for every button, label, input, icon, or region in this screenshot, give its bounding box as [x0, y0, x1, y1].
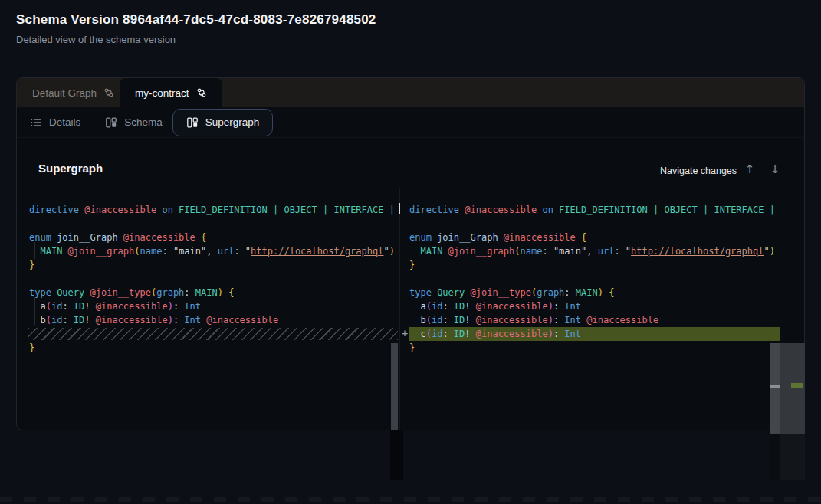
list-icon — [30, 116, 42, 129]
graph-tab-bar: Default Graph my-contract — [17, 78, 804, 107]
view-tab-bar: Details Schema — [17, 107, 804, 138]
code-line: enum join__Graph @inaccessible { — [409, 231, 806, 244]
code-line — [409, 272, 806, 286]
code-line: } — [409, 341, 806, 355]
navigate-changes-label: Navigate changes — [660, 165, 737, 176]
tab-my-contract[interactable]: my-contract — [120, 78, 222, 107]
indent-guide — [415, 242, 415, 259]
diff-placeholder-row — [29, 327, 398, 341]
minimap-added-marker — [791, 383, 803, 388]
panel-title: Supergraph — [38, 162, 103, 175]
overview-ruler-slider[interactable] — [770, 343, 780, 434]
overview-ruler-marker — [770, 385, 780, 388]
code-line: a(id: ID! @inaccessible): Int — [29, 299, 398, 313]
code-line: MAIN @join__graph(name: "main", url: "ht… — [409, 244, 806, 258]
tab-supergraph[interactable]: Supergraph — [172, 109, 274, 136]
code-line: a(id: ID! @inaccessible): Int — [409, 299, 806, 313]
left-pane-scrollbar-thumb[interactable] — [391, 343, 398, 434]
code-line: directive @inaccessible on FIELD_DEFINIT… — [29, 203, 398, 217]
schema-version-page: Schema Version 8964af44-7dc5-47cd-8083-7… — [0, 0, 821, 504]
tab-schema[interactable]: Schema — [105, 116, 163, 129]
code-line: directive @inaccessible on FIELD_DEFINIT… — [409, 203, 806, 217]
code-line: type Query @join__type(graph: MAIN) { — [29, 286, 398, 299]
tab-schema-label: Schema — [124, 116, 163, 128]
code-line: b(id: ID! @inaccessible): Int @inaccessi… — [409, 313, 806, 327]
indent-guide — [34, 242, 35, 259]
tab-my-contract-label: my-contract — [135, 87, 189, 99]
tab-default-graph[interactable]: Default Graph — [17, 78, 130, 107]
cursor — [399, 203, 400, 214]
navigate-down-button[interactable]: ↓ — [766, 160, 784, 178]
navigate-up-button[interactable]: ↑ — [741, 160, 759, 178]
indent-guide — [34, 297, 35, 325]
tab-details-label: Details — [49, 116, 80, 128]
code-line: } — [29, 258, 398, 272]
tab-details[interactable]: Details — [30, 116, 80, 129]
left-scroll-track-overflow — [390, 430, 403, 480]
code-line — [29, 272, 398, 286]
diff-added-line: c(id: ID! @inaccessible): Int — [409, 327, 806, 341]
code-line: MAIN @join__graph(name: "main", url: "ht… — [29, 244, 398, 258]
code-line: } — [29, 341, 398, 355]
code-line — [29, 217, 398, 231]
columns-icon — [186, 116, 199, 129]
minimap-slider[interactable] — [780, 343, 805, 434]
diff-editor: directive @inaccessible on FIELD_DEFINIT… — [16, 188, 805, 480]
code-line: b(id: ID! @inaccessible): Int @inaccessi… — [29, 313, 398, 327]
minimap-overflow — [780, 434, 805, 480]
tab-default-graph-label: Default Graph — [32, 87, 97, 99]
code-line: } — [409, 258, 806, 272]
code-line: enum join__Graph @inaccessible { — [29, 231, 398, 244]
diff-pane-modified[interactable]: directive @inaccessible on FIELD_DEFINIT… — [401, 188, 806, 430]
code-line: type Query @join__type(graph: MAIN) { — [409, 286, 806, 299]
overview-ruler-overflow — [770, 434, 780, 480]
insert-sign: + — [398, 326, 412, 340]
page-title: Schema Version 8964af44-7dc5-47cd-8083-7… — [16, 12, 376, 28]
compare-icon — [103, 87, 114, 98]
indent-guide — [415, 297, 415, 339]
compare-icon — [196, 87, 207, 98]
tab-supergraph-label: Supergraph — [205, 116, 260, 128]
columns-icon — [105, 116, 117, 129]
page-subtitle: Detailed view of the schema version — [16, 34, 176, 45]
bottom-hatch-strip — [0, 497, 821, 502]
diff-pane-original[interactable]: directive @inaccessible on FIELD_DEFINIT… — [16, 188, 398, 430]
code-line — [409, 217, 806, 231]
